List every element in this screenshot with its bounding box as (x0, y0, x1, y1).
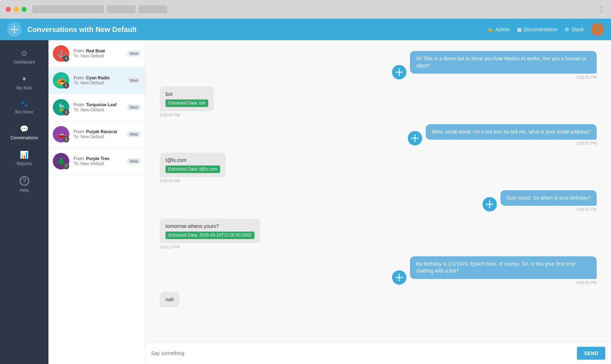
conv-info-2: From: Cyan Radio To: New Default (74, 75, 123, 85)
extracted-tag-4: Extracted Data: t@ls.com (165, 165, 220, 173)
svg-point-13 (401, 71, 403, 73)
svg-point-28 (489, 201, 490, 202)
svg-point-37 (398, 274, 400, 275)
message-row-2: bot Extracted Data: bot 3:02:06 PM (160, 87, 597, 117)
conversations-icon: 💬 (20, 125, 29, 133)
svg-point-39 (396, 277, 397, 278)
conv-badge-1: 4 (63, 55, 69, 62)
message-row-6: tomorrow whens yours? Extracted Data: 20… (160, 219, 597, 249)
admin-link[interactable]: 🔒 Admin (487, 27, 510, 32)
maximize-button[interactable] (22, 7, 27, 12)
message-bubble-2: bot Extracted Data: bot 3:02:06 PM (160, 87, 214, 117)
sidebar-label-dashboard: Dashboard (14, 60, 35, 65)
message-row-1: Hi! This is a demo bot to show you how M… (160, 51, 597, 79)
conv-from-4: From: Purple Racecar (74, 129, 123, 134)
svg-point-36 (398, 276, 400, 279)
conv-badge-2: 5 (63, 82, 69, 89)
reports-icon: 📊 (20, 150, 29, 159)
sidebar-item-dashboard[interactable]: ⊙ Dashboard (0, 44, 48, 70)
conv-info-4: From: Purple Racecar To: New Default (74, 129, 123, 139)
bot-avatar-1 (392, 65, 406, 79)
dashboard-icon: ⊙ (21, 49, 27, 57)
main-layout: ⊙ Dashboard ✦ My Bots 🐾 Bot Store 💬 Conv… (0, 40, 611, 364)
conv-info-1: From: Red Boat To: New Default (74, 48, 123, 59)
svg-point-21 (411, 137, 413, 139)
message-bubble-8: nah (160, 292, 179, 308)
lock-icon: 🔒 (487, 27, 493, 32)
sidebar-item-reports[interactable]: 📊 Reports (0, 145, 48, 171)
docs-icon: ▦ (517, 27, 522, 32)
svg-point-18 (414, 137, 416, 139)
sidebar-label-help: Help (20, 188, 29, 193)
conv-to-1: To: New Default (74, 53, 123, 59)
conversation-item-3[interactable]: 🍃 3 From: Turquoise Leaf To: New Default… (48, 94, 145, 121)
url-input[interactable] (32, 5, 104, 13)
conv-tag-3: Web (127, 104, 141, 110)
slack-link[interactable]: ⚙ Slack (565, 27, 584, 32)
sidebar-item-conversations[interactable]: 💬 Conversations (0, 120, 48, 145)
sidebar-label-conversations: Conversations (10, 135, 38, 140)
conv-badge-4: 3 (63, 136, 69, 143)
conversation-item-1[interactable]: ⚓ 4 From: Red Boat To: New Default Web (48, 40, 145, 67)
svg-point-11 (398, 74, 400, 76)
conv-from-3: From: Turquoise Leaf (74, 102, 123, 107)
minimize-button[interactable] (14, 7, 19, 12)
conv-badge-3: 3 (63, 109, 69, 116)
sidebar-item-bot-store[interactable]: 🐾 Bot Store (0, 95, 48, 120)
svg-point-3 (11, 29, 12, 30)
svg-point-1 (14, 26, 15, 27)
message-bubble-7: My birthday is 1/1/1970. Epoch time, of … (410, 256, 597, 285)
sidebar-item-my-bots[interactable]: ✦ My Bots (0, 70, 48, 95)
svg-point-29 (489, 206, 490, 208)
conv-tag-1: Web (127, 51, 141, 56)
bubble-time-1: 3:02:05 PM (410, 75, 597, 79)
send-button[interactable]: SEND (577, 347, 605, 360)
help-icon: ? (20, 176, 29, 186)
bubble-time-3: 3:02:07 PM (426, 141, 597, 145)
url-btn-1[interactable] (107, 5, 136, 13)
bubble-time-7: 3:02:14 PM (410, 280, 597, 285)
bubble-content-2: bot Extracted Data: bot (160, 87, 214, 111)
bots-icon: ✦ (21, 75, 27, 83)
extracted-tag-2: Extracted Data: bot (165, 99, 208, 107)
message-row-3: Wow, small world. I'm a bot too! So tell… (160, 124, 597, 146)
message-bubble-6: tomorrow whens yours? Extracted Data: 20… (160, 219, 260, 249)
app-logo (7, 22, 22, 37)
address-bar (32, 5, 592, 13)
message-bubble-1: Hi! This is a demo bot to show you how M… (410, 51, 597, 79)
conv-from-2: From: Cyan Radio (74, 75, 123, 80)
svg-point-9 (398, 71, 400, 73)
conv-avatar-2: 📻 5 (53, 72, 69, 89)
message-bubble-3: Wow, small world. I'm a bot too! So tell… (426, 124, 597, 146)
svg-point-4 (17, 29, 18, 30)
bot-avatar-5 (482, 197, 497, 211)
conv-tag-2: Web (127, 78, 141, 83)
conversation-item-4[interactable]: 🚗 3 From: Purple Racecar To: New Default… (48, 121, 145, 148)
conversation-item-2[interactable]: 📻 5 From: Cyan Radio To: New Default Web (48, 67, 145, 94)
svg-point-30 (486, 204, 488, 205)
conversation-item-5[interactable]: 🌲 7 From: Purple Tree To: New Default We… (48, 148, 145, 175)
conversation-list: ⚓ 4 From: Red Boat To: New Default Web 📻… (48, 40, 145, 364)
message-row-4: t@ls.com Extracted Data: t@ls.com 3:02:0… (160, 153, 597, 183)
documentation-link[interactable]: ▦ Documentation (517, 27, 558, 32)
conv-to-3: To: New Default (74, 107, 123, 112)
conv-to-5: To: New Default (74, 161, 123, 166)
bubble-time-2: 3:02:06 PM (160, 113, 214, 117)
svg-point-38 (398, 280, 400, 281)
bot-avatar-7 (392, 270, 406, 285)
traffic-lights (6, 7, 27, 12)
conv-avatar-1: ⚓ 4 (53, 45, 69, 62)
extracted-tag-6: Extracted Data: 2016-05-20T12:00:00.000Z (165, 232, 255, 239)
message-row-5: Duly noted. So when is your birthday? 3:… (160, 190, 597, 212)
chat-input[interactable] (151, 350, 573, 356)
user-avatar[interactable] (591, 23, 604, 36)
bubble-content-4: t@ls.com Extracted Data: t@ls.com (160, 153, 226, 177)
message-bubble-5: Duly noted. So when is your birthday? 3:… (500, 190, 597, 212)
message-bubble-4: t@ls.com Extracted Data: t@ls.com 3:02:0… (160, 153, 226, 183)
store-icon: 🐾 (21, 101, 28, 107)
conv-info-5: From: Purple Tree To: New Default (74, 156, 123, 166)
close-button[interactable] (6, 7, 11, 12)
url-btn-2[interactable] (139, 5, 167, 13)
svg-point-2 (14, 32, 15, 33)
sidebar-item-help[interactable]: ? Help (0, 171, 48, 198)
